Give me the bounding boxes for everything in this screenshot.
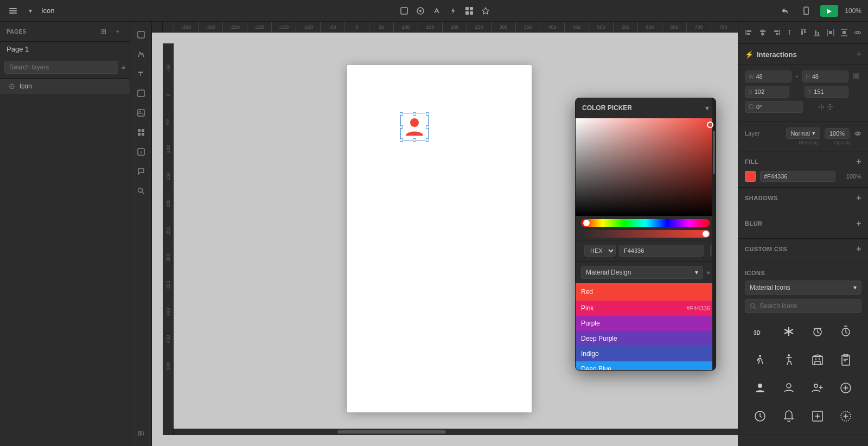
interactions-add-btn[interactable]: + [857, 49, 861, 59]
tool-lightning[interactable] [445, 3, 461, 18]
share-icon[interactable] [777, 3, 792, 18]
icon-accessible[interactable] [776, 347, 802, 373]
device-icon[interactable] [799, 3, 814, 18]
hex-format-select[interactable]: HEX RGB HSL [584, 245, 616, 257]
alpha-slider[interactable] [581, 230, 710, 238]
x-field[interactable]: X 102 [745, 86, 789, 98]
blur-add-btn[interactable]: + [856, 219, 861, 228]
handle-bl[interactable] [400, 138, 403, 142]
rp-align-top[interactable] [797, 25, 809, 40]
tool-code[interactable]: {$} [132, 424, 150, 442]
fill-add-btn[interactable]: + [856, 157, 861, 167]
search-icons-input[interactable] [760, 302, 857, 310]
tool-info[interactable]: i [132, 143, 150, 161]
icon-walk[interactable] [747, 347, 773, 373]
icon-timer[interactable] [833, 318, 859, 345]
constrain-icon[interactable] [853, 73, 859, 79]
handle-lm[interactable] [400, 125, 403, 129]
color-swatch-pink[interactable]: Pink #F44336 [576, 301, 716, 316]
handle-bm[interactable] [413, 138, 416, 142]
scrollbar-thumb-h[interactable] [337, 430, 446, 434]
rp-visible[interactable] [851, 25, 864, 40]
tool-text[interactable] [132, 65, 150, 82]
handle-tl[interactable] [400, 112, 403, 116]
icon-alarm[interactable] [805, 318, 831, 345]
play-button[interactable]: ▶ [820, 5, 838, 17]
tool-image[interactable] [132, 104, 150, 122]
height-field[interactable]: H 48 [802, 71, 849, 82]
tool-shape[interactable] [132, 85, 150, 102]
flip-v-icon[interactable] [827, 104, 833, 110]
shadows-add-btn[interactable]: + [856, 193, 861, 203]
y-field[interactable]: Y 151 [805, 86, 849, 98]
tool-star[interactable] [478, 3, 493, 18]
rotation-field[interactable]: 0° [745, 101, 803, 113]
blending-select[interactable]: Normal ▾ [786, 128, 820, 139]
pages-add-icon[interactable]: + [112, 26, 123, 37]
flip-h-icon[interactable] [818, 104, 825, 110]
rp-align-bottom[interactable] [810, 25, 823, 40]
color-picker-dot[interactable] [707, 122, 713, 128]
color-gradient-field[interactable] [576, 118, 716, 216]
icon-schedule[interactable] [747, 403, 773, 429]
hue-thumb[interactable] [583, 220, 590, 226]
scrollbar-thumb[interactable] [713, 131, 715, 174]
tool-frame[interactable] [397, 3, 412, 18]
width-field[interactable]: W 48 [745, 71, 792, 82]
icon-building[interactable] [805, 347, 831, 373]
color-swatch-purple[interactable]: Purple [576, 316, 716, 331]
icon-person[interactable] [747, 375, 773, 401]
canvas-scrollbar[interactable] [174, 429, 738, 435]
color-swatch-red[interactable]: Red [576, 283, 716, 301]
color-swatch-indigo[interactable]: Indigo [576, 346, 716, 361]
color-picker-close[interactable]: ▾ [705, 104, 709, 112]
menu-icon[interactable] [7, 4, 20, 17]
filter-icon[interactable]: ≡ [122, 63, 125, 71]
rp-align-right[interactable] [770, 25, 782, 40]
icon-asterisk[interactable] [776, 318, 802, 345]
rp-distribute-h[interactable] [824, 25, 837, 40]
tool-vector[interactable] [132, 46, 150, 63]
icon-add-circle[interactable] [833, 375, 859, 401]
icon-3d[interactable]: 3D [747, 318, 773, 345]
tool-comment[interactable] [132, 163, 150, 180]
tool-components2[interactable] [132, 124, 150, 141]
icon-add-box[interactable] [805, 403, 831, 429]
icon-group-add[interactable] [805, 375, 831, 401]
color-swatch-deep-blue[interactable]: Deep Blue [576, 361, 716, 370]
tool-select[interactable] [132, 26, 150, 43]
color-swatch-deep-purple[interactable]: Deep Purple [576, 331, 716, 346]
handle-br[interactable] [426, 138, 429, 142]
chevron-icon[interactable]: ▾ [24, 4, 37, 17]
fill-hex-display[interactable]: #F44336 [760, 171, 835, 182]
hue-slider[interactable] [581, 219, 710, 227]
picker-scrollbar[interactable] [712, 98, 716, 370]
icon-clipboard[interactable] [833, 347, 859, 373]
hex-value-input[interactable] [619, 245, 704, 257]
pages-view-icon[interactable]: ⊞ [98, 26, 109, 37]
link-wh-icon[interactable] [794, 73, 800, 80]
page-item[interactable]: Page 1 [0, 42, 130, 56]
fill-color-swatch[interactable] [745, 171, 756, 182]
alpha-thumb[interactable] [703, 231, 709, 237]
handle-rm[interactable] [426, 125, 429, 129]
eye-icon[interactable] [854, 130, 861, 137]
rp-distribute-v[interactable] [838, 25, 850, 40]
icon-notifications[interactable] [776, 403, 802, 429]
rp-align-left[interactable] [743, 25, 755, 40]
icons-dropdown[interactable]: Material Icons ▾ [745, 281, 861, 295]
icon-person-outline[interactable] [776, 375, 802, 401]
icon-add-circle-outline[interactable] [833, 403, 859, 429]
tool-design[interactable] [413, 3, 428, 18]
palette-select[interactable]: Material Design ▾ [581, 266, 703, 279]
selected-icon-element[interactable] [401, 114, 427, 140]
tool-components[interactable] [462, 3, 477, 18]
list-icon[interactable]: ≡ [706, 269, 710, 276]
layer-item-icon[interactable]: ⊙ Icon [0, 79, 130, 94]
rp-align-center[interactable] [756, 25, 769, 40]
tool-pen[interactable] [429, 3, 444, 18]
rp-text[interactable]: T [783, 25, 796, 40]
opacity-field[interactable]: 100% [825, 128, 850, 139]
handle-tr[interactable] [426, 112, 429, 116]
tool-search[interactable] [132, 182, 150, 200]
